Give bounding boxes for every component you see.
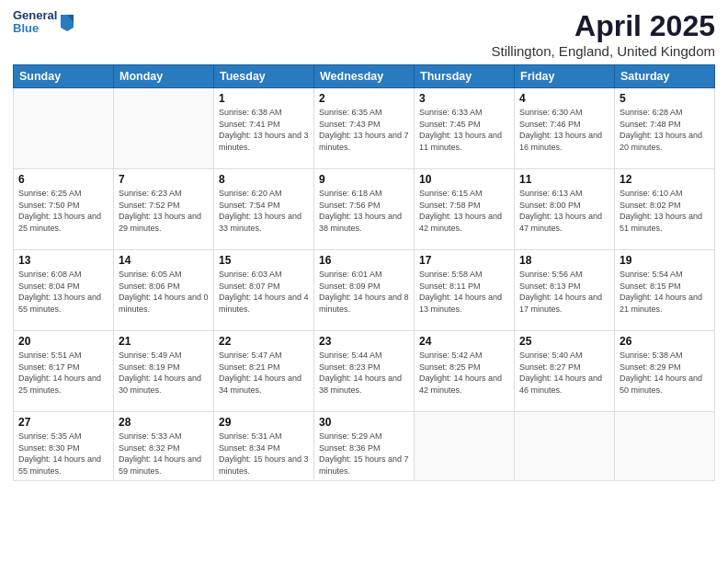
cell-info: Sunrise: 6:05 AM Sunset: 8:06 PM Dayligh… xyxy=(119,269,209,315)
table-row: 21Sunrise: 5:49 AM Sunset: 8:19 PM Dayli… xyxy=(114,331,214,412)
table-row xyxy=(14,88,114,169)
page: General Blue April 2025 Stillington, Eng… xyxy=(0,0,728,563)
table-row: 29Sunrise: 5:31 AM Sunset: 8:34 PM Dayli… xyxy=(214,412,314,481)
cell-date: 12 xyxy=(620,173,710,186)
table-row: 19Sunrise: 5:54 AM Sunset: 8:15 PM Dayli… xyxy=(615,250,715,331)
cell-date: 14 xyxy=(119,254,209,267)
cell-info: Sunrise: 5:35 AM Sunset: 8:30 PM Dayligh… xyxy=(18,431,108,477)
cell-date: 25 xyxy=(519,335,609,348)
cell-info: Sunrise: 6:25 AM Sunset: 7:50 PM Dayligh… xyxy=(18,188,108,234)
cell-date: 4 xyxy=(519,92,609,105)
cell-date: 11 xyxy=(519,173,609,186)
logo-icon xyxy=(59,11,75,31)
logo-general: General xyxy=(13,9,57,22)
cell-info: Sunrise: 6:08 AM Sunset: 8:04 PM Dayligh… xyxy=(18,269,108,315)
cell-info: Sunrise: 6:10 AM Sunset: 8:02 PM Dayligh… xyxy=(620,188,710,234)
table-row: 8Sunrise: 6:20 AM Sunset: 7:54 PM Daylig… xyxy=(214,169,314,250)
col-thursday: Thursday xyxy=(415,65,515,88)
cell-date: 10 xyxy=(419,173,509,186)
table-row xyxy=(615,412,715,481)
table-row: 28Sunrise: 5:33 AM Sunset: 8:32 PM Dayli… xyxy=(114,412,214,481)
col-saturday: Saturday xyxy=(615,65,715,88)
cell-info: Sunrise: 5:33 AM Sunset: 8:32 PM Dayligh… xyxy=(119,431,209,477)
table-row: 13Sunrise: 6:08 AM Sunset: 8:04 PM Dayli… xyxy=(14,250,114,331)
cell-info: Sunrise: 6:23 AM Sunset: 7:52 PM Dayligh… xyxy=(119,188,209,234)
table-row: 2Sunrise: 6:35 AM Sunset: 7:43 PM Daylig… xyxy=(314,88,415,169)
logo: General Blue xyxy=(13,9,75,36)
col-tuesday: Tuesday xyxy=(214,65,314,88)
cell-info: Sunrise: 6:33 AM Sunset: 7:45 PM Dayligh… xyxy=(419,107,509,153)
cell-date: 26 xyxy=(620,335,710,348)
table-row: 16Sunrise: 6:01 AM Sunset: 8:09 PM Dayli… xyxy=(314,250,415,331)
cell-info: Sunrise: 6:30 AM Sunset: 7:46 PM Dayligh… xyxy=(519,107,609,153)
table-row: 24Sunrise: 5:42 AM Sunset: 8:25 PM Dayli… xyxy=(415,331,515,412)
table-row: 25Sunrise: 5:40 AM Sunset: 8:27 PM Dayli… xyxy=(515,331,615,412)
cell-date: 18 xyxy=(519,254,609,267)
cell-date: 17 xyxy=(419,254,509,267)
cell-info: Sunrise: 6:03 AM Sunset: 8:07 PM Dayligh… xyxy=(219,269,309,315)
table-row: 23Sunrise: 5:44 AM Sunset: 8:23 PM Dayli… xyxy=(314,331,415,412)
cell-info: Sunrise: 5:40 AM Sunset: 8:27 PM Dayligh… xyxy=(519,350,609,396)
table-row: 30Sunrise: 5:29 AM Sunset: 8:36 PM Dayli… xyxy=(314,412,415,481)
table-row: 3Sunrise: 6:33 AM Sunset: 7:45 PM Daylig… xyxy=(415,88,515,169)
cell-info: Sunrise: 5:51 AM Sunset: 8:17 PM Dayligh… xyxy=(18,350,108,396)
cell-date: 30 xyxy=(319,416,409,429)
cell-info: Sunrise: 6:15 AM Sunset: 7:58 PM Dayligh… xyxy=(419,188,509,234)
col-wednesday: Wednesday xyxy=(314,65,415,88)
col-friday: Friday xyxy=(515,65,615,88)
table-row: 11Sunrise: 6:13 AM Sunset: 8:00 PM Dayli… xyxy=(515,169,615,250)
cell-date: 5 xyxy=(620,92,710,105)
cell-date: 6 xyxy=(18,173,108,186)
cell-info: Sunrise: 6:38 AM Sunset: 7:41 PM Dayligh… xyxy=(219,107,309,153)
cell-date: 29 xyxy=(219,416,309,429)
cell-info: Sunrise: 6:18 AM Sunset: 7:56 PM Dayligh… xyxy=(319,188,409,234)
cell-date: 16 xyxy=(319,254,409,267)
table-row: 17Sunrise: 5:58 AM Sunset: 8:11 PM Dayli… xyxy=(415,250,515,331)
cell-info: Sunrise: 5:42 AM Sunset: 8:25 PM Dayligh… xyxy=(419,350,509,396)
logo-blue: Blue xyxy=(13,22,57,35)
cell-info: Sunrise: 5:54 AM Sunset: 8:15 PM Dayligh… xyxy=(620,269,710,315)
cell-date: 23 xyxy=(319,335,409,348)
table-row: 1Sunrise: 6:38 AM Sunset: 7:41 PM Daylig… xyxy=(214,88,314,169)
cell-date: 19 xyxy=(620,254,710,267)
cell-info: Sunrise: 5:47 AM Sunset: 8:21 PM Dayligh… xyxy=(219,350,309,396)
cell-date: 28 xyxy=(119,416,209,429)
cell-date: 3 xyxy=(419,92,509,105)
col-sunday: Sunday xyxy=(14,65,114,88)
table-row: 18Sunrise: 5:56 AM Sunset: 8:13 PM Dayli… xyxy=(515,250,615,331)
cell-date: 21 xyxy=(119,335,209,348)
table-row: 15Sunrise: 6:03 AM Sunset: 8:07 PM Dayli… xyxy=(214,250,314,331)
table-row: 20Sunrise: 5:51 AM Sunset: 8:17 PM Dayli… xyxy=(14,331,114,412)
cell-info: Sunrise: 5:58 AM Sunset: 8:11 PM Dayligh… xyxy=(419,269,509,315)
cell-date: 13 xyxy=(18,254,108,267)
cell-info: Sunrise: 5:49 AM Sunset: 8:19 PM Dayligh… xyxy=(119,350,209,396)
cell-date: 9 xyxy=(319,173,409,186)
cell-info: Sunrise: 5:44 AM Sunset: 8:23 PM Dayligh… xyxy=(319,350,409,396)
table-row xyxy=(114,88,214,169)
header: General Blue April 2025 Stillington, Eng… xyxy=(13,9,715,59)
table-row: 14Sunrise: 6:05 AM Sunset: 8:06 PM Dayli… xyxy=(114,250,214,331)
title-block: April 2025 Stillington, England, United … xyxy=(492,9,716,59)
header-row: Sunday Monday Tuesday Wednesday Thursday… xyxy=(14,65,715,88)
table-row: 10Sunrise: 6:15 AM Sunset: 7:58 PM Dayli… xyxy=(415,169,515,250)
cell-date: 27 xyxy=(18,416,108,429)
table-row: 7Sunrise: 6:23 AM Sunset: 7:52 PM Daylig… xyxy=(114,169,214,250)
calendar-subtitle: Stillington, England, United Kingdom xyxy=(492,43,716,59)
table-row: 27Sunrise: 5:35 AM Sunset: 8:30 PM Dayli… xyxy=(14,412,114,481)
logo-text: General Blue xyxy=(13,9,57,36)
calendar-title: April 2025 xyxy=(492,9,716,43)
table-row: 6Sunrise: 6:25 AM Sunset: 7:50 PM Daylig… xyxy=(14,169,114,250)
table-row: 22Sunrise: 5:47 AM Sunset: 8:21 PM Dayli… xyxy=(214,331,314,412)
cell-info: Sunrise: 5:56 AM Sunset: 8:13 PM Dayligh… xyxy=(519,269,609,315)
table-row: 9Sunrise: 6:18 AM Sunset: 7:56 PM Daylig… xyxy=(314,169,415,250)
table-row xyxy=(415,412,515,481)
cell-date: 2 xyxy=(319,92,409,105)
cell-info: Sunrise: 6:20 AM Sunset: 7:54 PM Dayligh… xyxy=(219,188,309,234)
cell-info: Sunrise: 6:28 AM Sunset: 7:48 PM Dayligh… xyxy=(620,107,710,153)
cell-date: 24 xyxy=(419,335,509,348)
table-row: 26Sunrise: 5:38 AM Sunset: 8:29 PM Dayli… xyxy=(615,331,715,412)
cell-date: 1 xyxy=(219,92,309,105)
table-row: 5Sunrise: 6:28 AM Sunset: 7:48 PM Daylig… xyxy=(615,88,715,169)
cell-info: Sunrise: 5:38 AM Sunset: 8:29 PM Dayligh… xyxy=(620,350,710,396)
calendar-table: Sunday Monday Tuesday Wednesday Thursday… xyxy=(13,64,715,481)
